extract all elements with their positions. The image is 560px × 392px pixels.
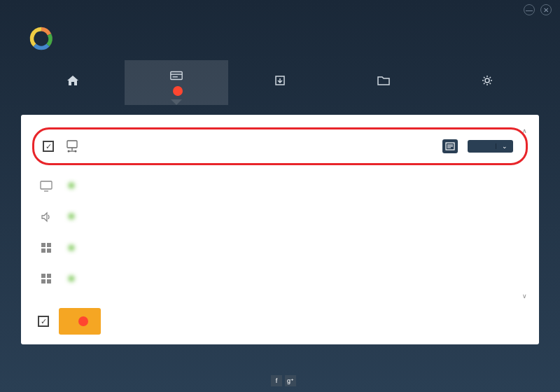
minimize-button[interactable]: —	[524, 4, 535, 15]
svg-rect-24	[47, 279, 51, 284]
system-device-icon	[38, 270, 55, 287]
status-dot-icon	[69, 276, 74, 281]
chevron-down-icon[interactable]: ⌄	[496, 140, 513, 153]
restore-icon	[377, 74, 391, 87]
titlebar: — ✕	[0, 0, 560, 20]
svg-rect-17	[41, 243, 46, 247]
googleplus-icon[interactable]: g⁺	[285, 375, 296, 386]
svg-point-5	[485, 78, 489, 83]
audio-device-icon	[38, 209, 55, 225]
nav-settings[interactable]	[435, 60, 539, 105]
nav-driver-updates[interactable]	[125, 60, 228, 105]
scroll-up-icon[interactable]: ∧	[521, 127, 528, 134]
row-text	[90, 146, 433, 147]
driver-row	[31, 232, 529, 263]
system-device-icon	[38, 239, 55, 256]
network-device-icon	[64, 138, 80, 155]
nav-home[interactable]	[21, 60, 125, 105]
svg-rect-18	[47, 243, 51, 247]
svg-rect-23	[41, 279, 46, 284]
driver-row	[31, 171, 529, 202]
update-button-label	[468, 144, 496, 149]
updates-badge	[173, 86, 183, 96]
display-device-icon	[38, 178, 55, 195]
app-logo-icon	[28, 25, 55, 52]
scroll-down-icon[interactable]: ∨	[521, 293, 528, 300]
svg-rect-22	[47, 274, 51, 278]
download-install-button[interactable]	[59, 308, 101, 335]
driver-row	[31, 202, 529, 232]
info-button[interactable]	[442, 139, 458, 153]
footer: f g⁺	[0, 375, 560, 386]
updates-icon	[169, 69, 183, 82]
social-links: f g⁺	[271, 375, 296, 386]
svg-point-9	[68, 150, 70, 153]
driver-row	[31, 263, 529, 294]
facebook-icon[interactable]: f	[271, 375, 282, 386]
row-checkbox[interactable]	[43, 141, 54, 152]
svg-point-10	[75, 150, 77, 153]
svg-rect-15	[41, 181, 52, 189]
status-dot-icon	[69, 214, 74, 219]
driver-list: ∧ ∨ ⌄	[31, 127, 529, 300]
nav-backup[interactable]	[228, 60, 332, 105]
close-button[interactable]: ✕	[540, 4, 552, 15]
svg-rect-6	[67, 141, 77, 148]
driver-row-highlighted: ⌄	[32, 127, 528, 165]
download-badge	[78, 316, 88, 326]
svg-rect-21	[41, 274, 46, 278]
gear-icon	[480, 74, 494, 87]
status-dot-icon	[69, 183, 74, 188]
update-button[interactable]: ⌄	[468, 140, 513, 153]
header	[0, 20, 560, 60]
backup-icon	[273, 74, 287, 87]
svg-rect-1	[171, 72, 182, 80]
select-all-checkbox[interactable]	[38, 316, 49, 327]
scrollbar[interactable]: ∧ ∨	[521, 127, 528, 300]
svg-rect-20	[47, 248, 51, 253]
list-footer	[31, 300, 529, 335]
main-nav	[0, 60, 560, 105]
status-dot-icon	[69, 245, 74, 251]
content-panel: ∧ ∨ ⌄	[21, 115, 539, 344]
home-icon	[66, 74, 80, 87]
svg-rect-19	[41, 248, 46, 253]
nav-restore[interactable]	[332, 60, 435, 105]
